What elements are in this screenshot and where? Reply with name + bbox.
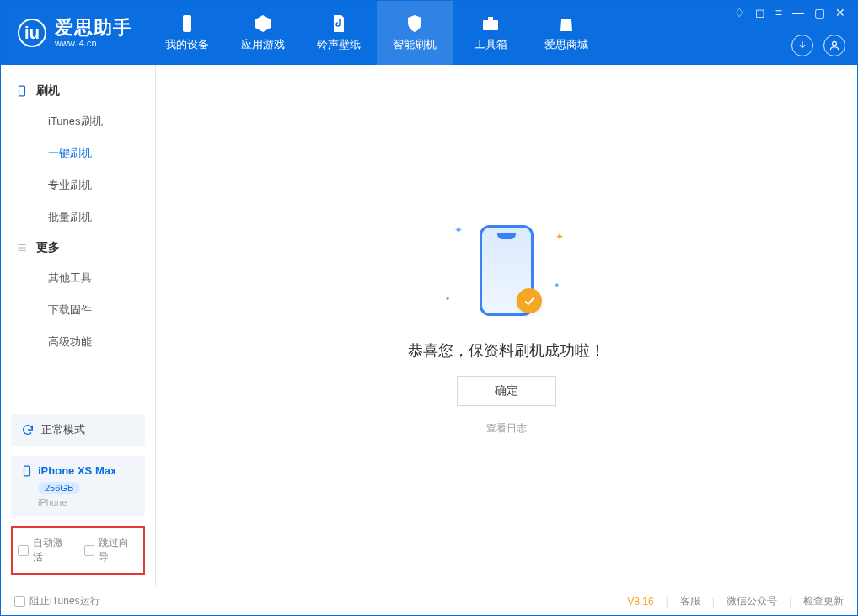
sidebar-item-batch-flash[interactable]: 批量刷机 [1, 201, 155, 233]
footer-link-wechat[interactable]: 微信公众号 [727, 594, 777, 608]
svg-rect-8 [24, 466, 30, 476]
sparkle-icon: ✦ [454, 224, 463, 236]
svg-point-3 [833, 41, 837, 46]
checkbox-icon [18, 545, 29, 556]
footer-right: V8.16 | 客服 | 微信公众号 | 检查更新 [627, 594, 844, 608]
device-name: iPhone XS Max [38, 464, 116, 477]
ok-button[interactable]: 确定 [457, 376, 556, 406]
bag-icon [556, 13, 576, 34]
minimize-button[interactable]: — [792, 6, 804, 19]
user-icon[interactable] [823, 35, 845, 56]
header-right: ♢ ◻ ≡ — ▢ ✕ [734, 1, 845, 65]
tab-label: 应用游戏 [241, 37, 285, 52]
sidebar-group-flash: 刷机 [1, 77, 155, 105]
header-tabs: 我的设备 应用游戏 铃声壁纸 智能刷机 工具箱 爱思商城 [149, 1, 604, 65]
music-file-icon [329, 13, 349, 34]
checkbox-icon [14, 596, 25, 607]
checkbox-auto-activate[interactable]: 自动激活 [18, 536, 72, 565]
sidebar: 刷机 iTunes刷机 一键刷机 专业刷机 批量刷机 更多 其他工具 下载固件 … [1, 65, 156, 587]
close-button[interactable]: ✕ [835, 6, 845, 19]
sidebar-item-advanced[interactable]: 高级功能 [1, 326, 155, 358]
shirt-icon[interactable]: ♢ [734, 6, 745, 19]
tab-my-device[interactable]: 我的设备 [149, 1, 225, 65]
menu-icon[interactable]: ≡ [775, 6, 782, 19]
sidebar-item-pro-flash[interactable]: 专业刷机 [1, 169, 155, 201]
tab-label: 爱思商城 [544, 37, 588, 52]
device-name-row: iPhone XS Max [21, 464, 135, 477]
toolbox-icon [480, 13, 501, 34]
tab-label: 工具箱 [475, 37, 507, 52]
device-icon [177, 13, 197, 34]
svg-rect-0 [183, 15, 191, 32]
version-label: V8.16 [627, 596, 653, 608]
window-controls: ♢ ◻ ≡ — ▢ ✕ [734, 6, 845, 19]
tab-label: 智能刷机 [393, 37, 437, 52]
sidebar-item-other-tools[interactable]: 其他工具 [1, 262, 155, 294]
app-logo: iu 爱思助手 www.i4.cn [1, 18, 149, 48]
cube-icon [253, 13, 273, 34]
feedback-icon[interactable]: ◻ [755, 6, 765, 19]
check-badge-icon [517, 288, 542, 313]
list-icon [16, 240, 28, 255]
sidebar-group-title: 刷机 [36, 83, 60, 99]
tab-label: 铃声壁纸 [317, 37, 361, 52]
success-illustration: ✦ • ✦ • [431, 216, 582, 325]
checkbox-label: 跳过向导 [99, 536, 138, 565]
mode-label: 正常模式 [41, 422, 85, 437]
phone-small-icon [21, 465, 33, 477]
svg-rect-2 [488, 17, 493, 20]
phone-icon [16, 83, 28, 99]
checkbox-skip-guide[interactable]: 跳过向导 [84, 536, 139, 565]
body: 刷机 iTunes刷机 一键刷机 专业刷机 批量刷机 更多 其他工具 下载固件 … [1, 65, 857, 587]
sidebar-group-title: 更多 [36, 240, 60, 255]
sidebar-item-download-firmware[interactable]: 下载固件 [1, 294, 155, 326]
tab-label: 我的设备 [165, 37, 209, 52]
app-url: www.i4.cn [55, 38, 132, 48]
sidebar-group-more: 更多 [1, 233, 155, 262]
header-bar: iu 爱思助手 www.i4.cn 我的设备 应用游戏 铃声壁纸 智能刷机 [1, 1, 857, 65]
device-capacity: 256GB [38, 482, 80, 494]
footer-link-support[interactable]: 客服 [680, 594, 700, 608]
maximize-button[interactable]: ▢ [814, 6, 825, 19]
sidebar-item-oneclick-flash[interactable]: 一键刷机 [1, 137, 155, 169]
sidebar-device-box[interactable]: iPhone XS Max 256GB iPhone [11, 456, 145, 516]
checkbox-label: 自动激活 [33, 536, 72, 565]
tab-store[interactable]: 爱思商城 [528, 1, 604, 65]
shield-refresh-icon [405, 13, 425, 34]
checkbox-label: 阻止iTunes运行 [29, 594, 100, 608]
svg-rect-1 [483, 20, 498, 30]
footer-bar: 阻止iTunes运行 V8.16 | 客服 | 微信公众号 | 检查更新 [1, 587, 857, 615]
app-window: iu 爱思助手 www.i4.cn 我的设备 应用游戏 铃声壁纸 智能刷机 [0, 0, 858, 616]
sparkle-icon: • [555, 280, 559, 292]
tab-ringtone-wallpaper[interactable]: 铃声壁纸 [301, 1, 377, 65]
device-type: iPhone [38, 497, 135, 507]
tab-smart-flash[interactable]: 智能刷机 [377, 1, 453, 65]
sparkle-icon: • [446, 293, 449, 305]
checkbox-icon [84, 545, 95, 556]
sparkle-icon: ✦ [555, 231, 564, 243]
svg-rect-4 [19, 86, 25, 96]
app-name: 爱思助手 [55, 18, 132, 38]
download-icon[interactable] [791, 35, 813, 56]
tab-toolbox[interactable]: 工具箱 [453, 1, 528, 65]
sidebar-item-itunes-flash[interactable]: iTunes刷机 [1, 105, 155, 137]
view-log-link[interactable]: 查看日志 [486, 421, 527, 436]
refresh-icon [21, 423, 35, 437]
logo-icon: iu [18, 19, 46, 47]
sidebar-mode-box[interactable]: 正常模式 [11, 414, 145, 446]
success-message: 恭喜您，保资料刷机成功啦！ [408, 340, 605, 361]
main-content: ✦ • ✦ • 恭喜您，保资料刷机成功啦！ 确定 查看日志 [156, 65, 857, 587]
header-action-icons [791, 35, 845, 56]
checkbox-block-itunes[interactable]: 阻止iTunes运行 [14, 594, 100, 608]
footer-link-update[interactable]: 检查更新 [803, 594, 844, 608]
sidebar-checkbox-row: 自动激活 跳过向导 [11, 526, 145, 575]
tab-apps-games[interactable]: 应用游戏 [225, 1, 301, 65]
